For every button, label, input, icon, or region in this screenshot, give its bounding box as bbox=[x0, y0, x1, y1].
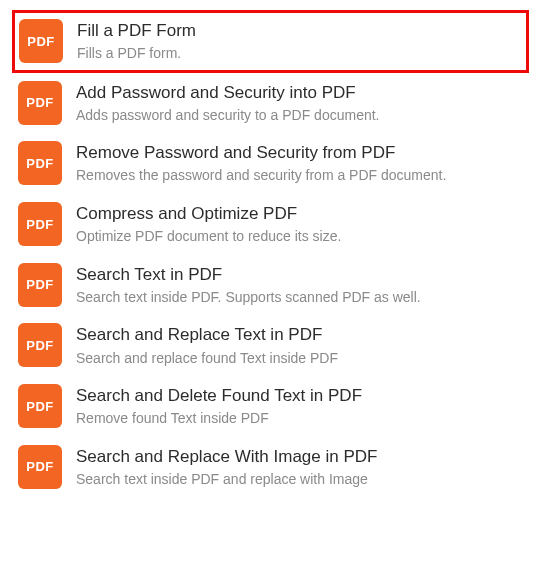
pdf-icon: PDF bbox=[18, 81, 62, 125]
action-description: Search text inside PDF and replace with … bbox=[76, 470, 377, 490]
action-description: Optimize PDF document to reduce its size… bbox=[76, 227, 341, 247]
pdf-icon: PDF bbox=[18, 323, 62, 367]
action-text: Remove Password and Security from PDFRem… bbox=[76, 141, 446, 186]
action-item-search-text-pdf[interactable]: PDFSearch Text in PDFSearch text inside … bbox=[12, 255, 529, 316]
action-text: Search and Replace Text in PDFSearch and… bbox=[76, 323, 338, 368]
action-text: Add Password and Security into PDFAdds p… bbox=[76, 81, 379, 126]
action-description: Adds password and security to a PDF docu… bbox=[76, 106, 379, 126]
pdf-icon: PDF bbox=[18, 202, 62, 246]
action-text: Search and Replace With Image in PDFSear… bbox=[76, 445, 377, 490]
action-title: Compress and Optimize PDF bbox=[76, 203, 341, 225]
action-description: Remove found Text inside PDF bbox=[76, 409, 362, 429]
action-title: Search and Replace With Image in PDF bbox=[76, 446, 377, 468]
action-item-add-password-security[interactable]: PDFAdd Password and Security into PDFAdd… bbox=[12, 73, 529, 134]
pdf-icon: PDF bbox=[19, 19, 63, 63]
action-title: Search Text in PDF bbox=[76, 264, 421, 286]
pdf-icon: PDF bbox=[18, 445, 62, 489]
pdf-icon: PDF bbox=[18, 263, 62, 307]
action-title: Search and Delete Found Text in PDF bbox=[76, 385, 362, 407]
action-item-compress-optimize-pdf[interactable]: PDFCompress and Optimize PDFOptimize PDF… bbox=[12, 194, 529, 255]
action-title: Remove Password and Security from PDF bbox=[76, 142, 446, 164]
action-text: Fill a PDF FormFills a PDF form. bbox=[77, 19, 196, 64]
action-title: Add Password and Security into PDF bbox=[76, 82, 379, 104]
action-item-search-replace-image-pdf[interactable]: PDFSearch and Replace With Image in PDFS… bbox=[12, 437, 529, 498]
action-item-fill-pdf-form[interactable]: PDFFill a PDF FormFills a PDF form. bbox=[12, 10, 529, 73]
action-description: Search and replace found Text inside PDF bbox=[76, 349, 338, 369]
pdf-icon: PDF bbox=[18, 384, 62, 428]
action-description: Fills a PDF form. bbox=[77, 44, 196, 64]
action-text: Search Text in PDFSearch text inside PDF… bbox=[76, 263, 421, 308]
action-title: Search and Replace Text in PDF bbox=[76, 324, 338, 346]
pdf-icon: PDF bbox=[18, 141, 62, 185]
action-description: Removes the password and security from a… bbox=[76, 166, 446, 186]
action-title: Fill a PDF Form bbox=[77, 20, 196, 42]
action-text: Search and Delete Found Text in PDFRemov… bbox=[76, 384, 362, 429]
action-text: Compress and Optimize PDFOptimize PDF do… bbox=[76, 202, 341, 247]
action-item-remove-password-security[interactable]: PDFRemove Password and Security from PDF… bbox=[12, 133, 529, 194]
action-description: Search text inside PDF. Supports scanned… bbox=[76, 288, 421, 308]
action-list: PDFFill a PDF FormFills a PDF form.PDFAd… bbox=[12, 10, 529, 498]
action-item-search-replace-text-pdf[interactable]: PDFSearch and Replace Text in PDFSearch … bbox=[12, 315, 529, 376]
action-item-search-delete-text-pdf[interactable]: PDFSearch and Delete Found Text in PDFRe… bbox=[12, 376, 529, 437]
